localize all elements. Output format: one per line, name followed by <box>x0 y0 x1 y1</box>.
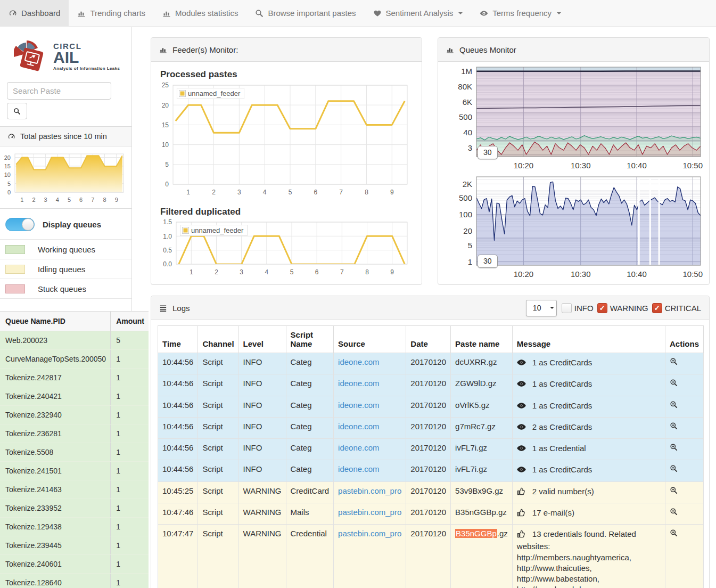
view-paste-button[interactable] <box>670 422 678 431</box>
nav-item-terms-frequency[interactable]: Terms frequency <box>471 0 570 26</box>
legend-swatch <box>182 227 189 234</box>
svg-text:6: 6 <box>314 189 317 196</box>
source-link[interactable]: ideone.com <box>338 379 380 388</box>
view-paste-button[interactable] <box>670 379 678 388</box>
nav-item-trending-charts[interactable]: Trending charts <box>69 0 154 26</box>
search-icon <box>13 108 21 115</box>
search-plus-icon <box>670 443 678 451</box>
log-channel: Script <box>198 374 238 396</box>
filter-warning[interactable]: ✓WARNING <box>597 303 648 313</box>
search-button[interactable] <box>7 103 27 119</box>
log-level: INFO <box>238 396 286 417</box>
queue-amount: 1 <box>111 555 149 574</box>
svg-text:2: 2 <box>212 189 216 196</box>
view-paste-button[interactable] <box>670 357 678 367</box>
log-time: 10:44:56 <box>158 460 198 481</box>
queues-monitor-bottom-chart: 15201005002K10:2010:3010:4010:50 30 <box>443 174 704 282</box>
queue-row: Tokenize.2415011 <box>0 462 149 480</box>
queues-panel-title: Queues Monitor <box>459 45 516 54</box>
nav-item-dashboard[interactable]: Dashboard <box>0 0 69 26</box>
legend-swatch <box>179 90 186 97</box>
source-link[interactable]: pastebin.com_pro <box>338 529 401 538</box>
logo-graphic <box>14 39 49 73</box>
queue-legend: Working queuesIdling queuesStuck queues <box>0 239 131 299</box>
filter-critical[interactable]: ✓CRITICAL <box>652 303 701 313</box>
logs-header-source: Source <box>334 326 406 353</box>
total-pastes-chart: 05101520123456789 <box>1 151 129 206</box>
source-link[interactable]: ideone.com <box>338 443 380 452</box>
filter-label: WARNING <box>610 304 648 313</box>
search-plus-icon <box>670 357 678 365</box>
log-row: 10:44:56ScriptINFOCategideone.com2017012… <box>158 353 704 374</box>
log-row: 10:44:56ScriptINFOCategideone.com2017012… <box>158 374 704 396</box>
view-paste-button[interactable] <box>670 443 678 453</box>
view-paste-button[interactable] <box>670 464 678 474</box>
svg-text:2K: 2K <box>463 179 472 189</box>
log-channel: Script <box>198 460 238 481</box>
source-link[interactable]: ideone.com <box>338 464 380 473</box>
bar-chart-icon <box>159 46 167 54</box>
nav-item-browse-important-pastes[interactable]: Browse important pastes <box>246 0 364 26</box>
logs-header-script-name: Script Name <box>286 326 334 353</box>
source-link[interactable]: ideone.com <box>338 401 380 410</box>
view-paste-button[interactable] <box>670 508 678 517</box>
logs-table: TimeChannelLevelScript NameSourceDatePas… <box>158 325 704 588</box>
svg-text:10:50: 10:50 <box>682 161 703 170</box>
legend-label: Working queues <box>38 245 95 254</box>
svg-text:2: 2 <box>32 197 35 203</box>
log-time: 10:44:56 <box>158 374 198 396</box>
legend-series-label: unnamed_feeder <box>191 226 243 234</box>
queue-amount: 1 <box>111 462 149 480</box>
queue-name: Tokenize.242817 <box>0 369 111 387</box>
logo-product: AIL <box>53 50 120 66</box>
svg-text:4: 4 <box>265 268 268 276</box>
svg-text:5: 5 <box>165 161 169 168</box>
processed-pastes-title: Processed pastes <box>160 69 414 80</box>
legend-row-working-queues: Working queues <box>0 239 131 259</box>
source-link[interactable]: pastebin.com_pro <box>338 486 401 495</box>
log-script-name: Mails <box>286 503 334 524</box>
thumbs-up-icon <box>517 529 526 538</box>
view-paste-button[interactable] <box>670 401 678 410</box>
checkbox-warning[interactable]: ✓ <box>597 303 607 313</box>
queue-row: Tokenize.2329401 <box>0 406 149 424</box>
queue-amount: 1 <box>111 387 149 406</box>
svg-text:0.0: 0.0 <box>163 260 172 268</box>
page-size-select[interactable]: 10 <box>526 300 557 316</box>
svg-text:15: 15 <box>162 121 169 129</box>
search-plus-icon <box>670 508 678 516</box>
nav-item-label: Sentiment Analysis <box>386 9 454 18</box>
view-paste-button[interactable] <box>670 486 678 496</box>
log-message: 13 credentials found. Related websites: … <box>517 529 636 588</box>
log-channel: Script <box>198 481 238 503</box>
eye-icon <box>517 465 526 474</box>
log-message: 1 as CreditCards <box>532 401 592 410</box>
processed-pastes-chart-svg: 0510152025123456789 <box>159 82 414 198</box>
log-row: 10:44:56ScriptINFOCategideone.com2017012… <box>158 417 704 438</box>
logs-table-body: 10:44:56ScriptINFOCategideone.com2017012… <box>158 353 704 588</box>
log-level: WARNING <box>238 503 286 524</box>
svg-text:9: 9 <box>390 268 394 276</box>
source-link[interactable]: ideone.com <box>338 357 380 366</box>
eye-icon <box>517 358 526 367</box>
queue-amount: 1 <box>111 406 149 424</box>
search-paste-input[interactable] <box>7 82 111 100</box>
nav-item-sentiment-analysis[interactable]: Sentiment Analysis <box>365 0 472 26</box>
filter-info[interactable]: INFO <box>562 303 594 313</box>
log-script-name: Credential <box>286 525 334 588</box>
display-queues-toggle[interactable] <box>5 218 35 231</box>
source-link[interactable]: ideone.com <box>338 422 380 431</box>
checkbox-critical[interactable]: ✓ <box>652 303 662 313</box>
svg-text:8: 8 <box>365 189 368 196</box>
nav-item-modules-statistics[interactable]: Modules statistics <box>154 0 246 26</box>
search-plus-icon <box>670 486 678 494</box>
svg-text:80K: 80K <box>458 82 472 91</box>
svg-text:5: 5 <box>7 181 11 187</box>
source-link[interactable]: pastebin.com_pro <box>338 508 401 517</box>
queue-row: Tokenize.2362811 <box>0 424 149 443</box>
checkbox-info[interactable] <box>562 303 572 313</box>
nav-item-label: Dashboard <box>21 9 60 18</box>
view-paste-button[interactable] <box>670 529 678 538</box>
svg-text:500: 500 <box>459 193 472 202</box>
svg-text:0: 0 <box>165 181 169 188</box>
